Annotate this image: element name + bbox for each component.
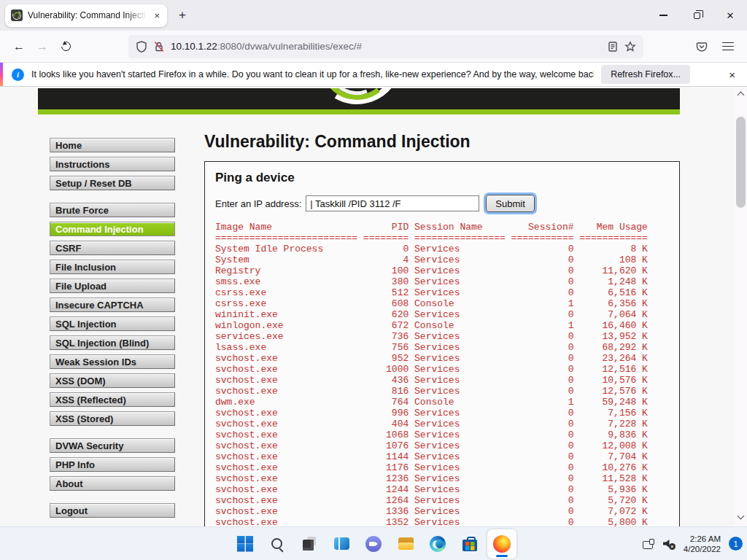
sidebar-item-xss-reflected[interactable]: XSS (Reflected) xyxy=(50,392,175,407)
sidebar-item-command-injection[interactable]: Command Injection xyxy=(50,222,175,236)
pocket-icon xyxy=(696,41,708,52)
shield-icon[interactable] xyxy=(136,41,147,52)
reload-icon xyxy=(59,39,72,52)
sidebar-item-dvwa-security[interactable]: DVWA Security xyxy=(50,438,175,453)
panel-heading: Ping a device xyxy=(215,171,669,185)
sidebar-item-sql-injection-blind[interactable]: SQL Injection (Blind) xyxy=(50,335,175,350)
pocket-button[interactable] xyxy=(690,35,713,58)
scroll-up-icon[interactable] xyxy=(735,88,747,100)
ping-panel: Ping a device Enter an IP address: Submi… xyxy=(204,161,680,526)
window-controls: ✕ xyxy=(646,0,747,31)
sidebar-item-xss-stored[interactable]: XSS (Stored) xyxy=(50,411,175,426)
sidebar-item-csrf[interactable]: CSRF xyxy=(50,241,175,255)
bookmark-star-icon[interactable] xyxy=(624,41,636,52)
sidebar-item-setup-reset-db[interactable]: Setup / Reset DB xyxy=(50,176,175,190)
task-view-icon[interactable] xyxy=(327,529,356,559)
url-host: 10.10.1.22 xyxy=(171,41,217,52)
navigation-toolbar: ← → 10.10.1.22:8080/dvwa/vulnerabilities… xyxy=(0,31,747,63)
sidebar-item-weak-session-ids[interactable]: Weak Session IDs xyxy=(50,354,175,369)
dvwa-page: HomeInstructionsSetup / Reset DBBrute Fo… xyxy=(0,87,735,526)
header-green-stripe xyxy=(38,109,680,114)
ip-input-label: Enter an IP address: xyxy=(215,198,301,209)
tab-title: Vulnerability: Command Injecti xyxy=(28,10,147,20)
page-scrollbar[interactable] xyxy=(735,87,747,526)
dvwa-favicon-icon xyxy=(11,9,23,21)
microsoft-store-icon[interactable] xyxy=(455,529,484,559)
menu-button[interactable] xyxy=(716,35,740,58)
minimize-icon xyxy=(659,15,667,16)
sidebar-item-file-inclusion[interactable]: File Inclusion xyxy=(50,260,175,274)
system-tray: 2:26 AM 4/20/2022 1 xyxy=(643,527,743,560)
main-content: Vulnerability: Command Injection Ping a … xyxy=(204,132,680,526)
notification-message: It looks like you haven't started Firefo… xyxy=(31,69,594,79)
sidebar-item-insecure-captcha[interactable]: Insecure CAPTCHA xyxy=(50,298,175,312)
close-button[interactable]: ✕ xyxy=(713,0,747,31)
notification-close-icon[interactable]: × xyxy=(724,67,740,82)
sidebar-item-instructions[interactable]: Instructions xyxy=(50,157,175,171)
file-explorer-icon[interactable] xyxy=(391,529,420,559)
ip-address-input[interactable] xyxy=(306,195,479,211)
network-icon[interactable] xyxy=(643,539,655,549)
submit-button[interactable]: Submit xyxy=(486,195,534,212)
dvwa-logo xyxy=(308,88,410,109)
insecure-lock-icon[interactable] xyxy=(153,41,165,52)
taskbar-clock[interactable]: 2:26 AM 4/20/2022 xyxy=(684,534,721,554)
start-icon[interactable] xyxy=(231,529,260,559)
notification-count-badge[interactable]: 1 xyxy=(729,537,743,551)
sidebar-item-brute-force[interactable]: Brute Force xyxy=(50,203,175,217)
sidebar-item-sql-injection[interactable]: SQL Injection xyxy=(50,316,175,331)
firefox-icon[interactable] xyxy=(487,529,516,559)
dvwa-container: HomeInstructionsSetup / Reset DBBrute Fo… xyxy=(38,88,680,526)
dvwa-sidebar: HomeInstructionsSetup / Reset DBBrute Fo… xyxy=(50,132,175,526)
reload-button[interactable] xyxy=(54,35,77,58)
reader-mode-icon[interactable] xyxy=(607,41,619,52)
command-output: Image Name PID Session Name Session# Mem… xyxy=(215,222,669,526)
browser-window: Vulnerability: Command Injecti × + ✕ ← →… xyxy=(0,0,747,560)
minimize-button[interactable] xyxy=(646,0,680,31)
sidebar-item-home[interactable]: Home xyxy=(50,138,175,152)
volume-muted-icon[interactable] xyxy=(663,539,676,549)
new-tab-button[interactable]: + xyxy=(171,4,193,26)
sidebar-item-about[interactable]: About xyxy=(50,476,175,491)
hamburger-icon xyxy=(722,42,734,51)
titlebar: Vulnerability: Command Injecti × + ✕ xyxy=(0,0,747,31)
taskbar-icons xyxy=(229,527,518,560)
restore-icon xyxy=(694,12,700,19)
browser-tab[interactable]: Vulnerability: Command Injecti × xyxy=(5,4,167,27)
toolbar-right xyxy=(690,35,740,58)
page-title: Vulnerability: Command Injection xyxy=(204,132,680,152)
ping-form: Enter an IP address: Submit xyxy=(215,195,669,212)
url-path: :8080/dvwa/vulnerabilities/exec/# xyxy=(217,41,362,52)
search-icon[interactable] xyxy=(263,529,292,559)
sidebar-item-file-upload[interactable]: File Upload xyxy=(50,279,175,293)
back-button[interactable]: ← xyxy=(7,35,31,58)
clock-time: 2:26 AM xyxy=(684,534,721,544)
forward-button[interactable]: → xyxy=(31,35,54,58)
scrollbar-thumb[interactable] xyxy=(736,117,746,208)
pinned-app-icon[interactable] xyxy=(295,529,324,559)
restore-button[interactable] xyxy=(680,0,713,31)
url-bar[interactable]: 10.10.1.22:8080/dvwa/vulnerabilities/exe… xyxy=(128,35,643,58)
edge-icon[interactable] xyxy=(423,529,452,559)
sidebar-item-logout[interactable]: Logout xyxy=(50,503,175,518)
teams-chat-icon[interactable] xyxy=(359,529,388,559)
content-viewport: HomeInstructionsSetup / Reset DBBrute Fo… xyxy=(0,87,747,526)
sidebar-item-xss-dom[interactable]: XSS (DOM) xyxy=(50,373,175,388)
sidebar-item-php-info[interactable]: PHP Info xyxy=(50,457,175,472)
refresh-firefox-button[interactable]: Refresh Firefox... xyxy=(601,65,690,84)
clock-date: 4/20/2022 xyxy=(684,544,721,554)
dvwa-header xyxy=(38,88,680,109)
scroll-down-icon[interactable] xyxy=(735,512,747,524)
info-icon: i xyxy=(12,69,24,81)
notification-accent-stripe xyxy=(0,63,3,86)
tab-close-icon[interactable]: × xyxy=(152,10,161,21)
windows-taskbar: 2:26 AM 4/20/2022 1 xyxy=(0,526,747,560)
notification-bar: i It looks like you haven't started Fire… xyxy=(0,63,747,87)
url-text[interactable]: 10.10.1.22:8080/dvwa/vulnerabilities/exe… xyxy=(171,41,601,52)
